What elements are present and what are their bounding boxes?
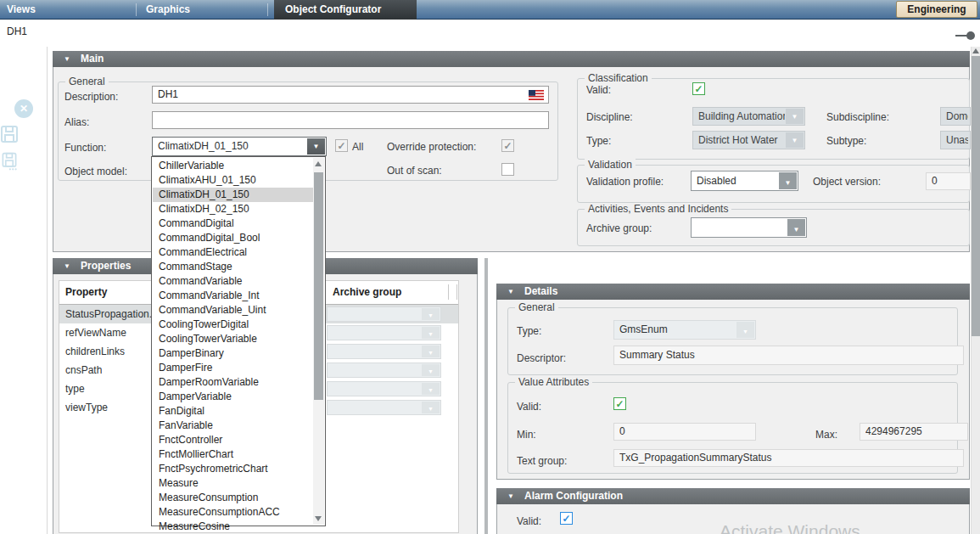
validation-groupbox-title: Validation (585, 159, 636, 171)
column-header-property[interactable]: Property (65, 286, 107, 298)
row-archive-group-combobox (327, 381, 441, 396)
details-panel-header[interactable]: Details (496, 284, 970, 300)
alarm-valid-checkbox[interactable] (560, 512, 573, 525)
dropdown-item[interactable]: FnctController (153, 433, 314, 447)
dropdown-item[interactable]: ChillerVariable (153, 159, 314, 173)
dropdown-item[interactable]: CoolingTowerDigital (153, 318, 314, 332)
dropdown-item[interactable]: CommandVariable (153, 274, 314, 289)
dropdown-item[interactable]: CommandElectrical (153, 245, 314, 260)
description-label: Description: (64, 91, 118, 103)
engineering-mode-button[interactable]: Engineering (896, 1, 977, 18)
row-archive-group-combobox (327, 306, 441, 322)
object-version-field: 0 (926, 172, 971, 190)
scrollbar-up-icon[interactable] (972, 48, 979, 53)
chevron-down-icon (422, 346, 440, 357)
column-resize-handle[interactable] (448, 284, 449, 300)
dropdown-item[interactable]: CoolingTowerVariable (153, 332, 314, 346)
chevron-down-icon[interactable] (307, 138, 325, 155)
subdiscipline-combobox: Dome (940, 107, 971, 126)
text-group-value: TxG_PropagationSummaryStatus (619, 450, 960, 466)
classification-type-combobox: District Hot Water (692, 131, 805, 149)
validation-profile-label: Validation profile: (586, 176, 664, 188)
tab-graphics[interactable]: Graphics (146, 0, 190, 20)
details-type-label: Type: (517, 325, 541, 337)
min-label: Min: (517, 429, 536, 441)
descriptor-label: Descriptor: (517, 352, 566, 364)
dropdown-item[interactable]: MeasureConsumption (153, 491, 314, 505)
main-panel-title: Main (81, 51, 104, 67)
tab-views[interactable]: Views (7, 0, 36, 20)
top-tab-bar: Views Graphics Object Configurator Engin… (0, 0, 980, 20)
chevron-down-icon (422, 364, 440, 376)
dropdown-item[interactable]: Measure (153, 476, 314, 491)
chevron-down-icon[interactable] (787, 219, 805, 236)
dropdown-item[interactable]: FnctPsychrometricChart (153, 462, 314, 476)
save-icon[interactable] (0, 125, 19, 143)
object-version-value: 0 (932, 173, 967, 189)
dropdown-item[interactable]: ClimatixDH_02_150 (153, 202, 314, 216)
value-valid-checkbox[interactable] (613, 397, 626, 410)
dropdown-item[interactable]: ClimatixAHU_01_150 (153, 173, 314, 188)
save-as-icon[interactable] (0, 152, 19, 171)
general-groupbox-title: General (65, 76, 109, 87)
function-label: Function: (64, 142, 106, 154)
subtype-value: Unass (946, 132, 968, 149)
dropdown-item[interactable]: FanVariable (153, 419, 314, 433)
column-header-archive-group[interactable]: Archive group (333, 286, 401, 298)
dropdown-item[interactable]: CommandDigital_Bool (153, 231, 314, 245)
scrollbar-thumb[interactable] (972, 56, 980, 336)
archive-group-combobox[interactable] (691, 217, 807, 238)
dropdown-item[interactable]: FnctMollierChart (153, 447, 314, 462)
panel-splitter[interactable] (484, 258, 488, 534)
scrollbar-thumb[interactable] (314, 172, 323, 400)
alias-input[interactable] (152, 111, 549, 129)
column-resize-handle[interactable] (456, 284, 457, 300)
dropdown-scrollbar[interactable] (313, 158, 324, 525)
discipline-combobox: Building Automation (692, 107, 805, 126)
dropdown-item[interactable]: DamperRoomVariable (153, 375, 314, 390)
chevron-down-icon (736, 322, 754, 338)
pin-splitter-icon[interactable] (955, 31, 976, 41)
dropdown-item[interactable]: MeasureConsumptionACC (153, 505, 314, 520)
vertical-scrollbar[interactable] (971, 47, 980, 534)
dropdown-item[interactable]: CommandVariable_Int (153, 289, 314, 303)
description-input[interactable]: DH1 (152, 86, 549, 104)
scrollbar-down-icon[interactable] (315, 516, 322, 521)
value-valid-label: Valid: (517, 401, 541, 413)
dropdown-item[interactable]: FanDigital (153, 404, 314, 419)
dropdown-item[interactable]: CommandDigital (153, 216, 314, 231)
max-label: Max: (815, 429, 837, 441)
properties-panel-title: Properties (81, 258, 131, 274)
classification-valid-checkbox[interactable] (692, 82, 705, 95)
classification-valid-label: Valid: (586, 84, 611, 96)
activate-windows-watermark: Activate Windows (720, 521, 860, 534)
chevron-down-icon[interactable] (779, 172, 797, 189)
subdiscipline-label: Subdiscipline: (826, 111, 889, 123)
descriptor-field: Summary Status (613, 346, 964, 365)
descriptor-value: Summary Status (619, 346, 960, 364)
dropdown-item[interactable]: CommandVariable_Uint (153, 303, 314, 318)
scrollbar-up-icon[interactable] (315, 161, 322, 166)
dropdown-item[interactable]: DamperFire (153, 361, 314, 375)
max-value: 4294967295 (865, 424, 965, 440)
all-label: All (352, 141, 363, 153)
alarm-panel-title: Alarm Configuration (524, 488, 623, 504)
validation-profile-combobox[interactable]: Disabled (691, 171, 798, 191)
min-value: 0 (619, 424, 753, 440)
tab-object-configurator-label: Object Configurator (285, 0, 381, 19)
us-flag-icon (529, 90, 544, 100)
out-of-scan-checkbox[interactable] (501, 163, 514, 176)
dropdown-item[interactable]: MeasureCosine (153, 520, 314, 534)
dropdown-item-selected[interactable]: ClimatixDH_01_150 (153, 188, 314, 202)
chevron-down-icon (786, 132, 804, 148)
dropdown-item[interactable]: DamperBinary (153, 346, 314, 361)
breadcrumb: DH1 (7, 25, 27, 37)
dropdown-item[interactable]: CommandStage (153, 260, 314, 274)
description-value: DH1 (158, 87, 531, 103)
main-panel-header[interactable]: Main (53, 51, 970, 67)
function-combobox[interactable]: ClimatixDH_01_150 (152, 137, 327, 156)
discard-icon[interactable] (14, 99, 33, 118)
dropdown-item[interactable]: DamperVariable (153, 390, 314, 404)
tab-object-configurator[interactable]: Object Configurator (274, 0, 417, 20)
alarm-panel-header[interactable]: Alarm Configuration (496, 488, 970, 504)
